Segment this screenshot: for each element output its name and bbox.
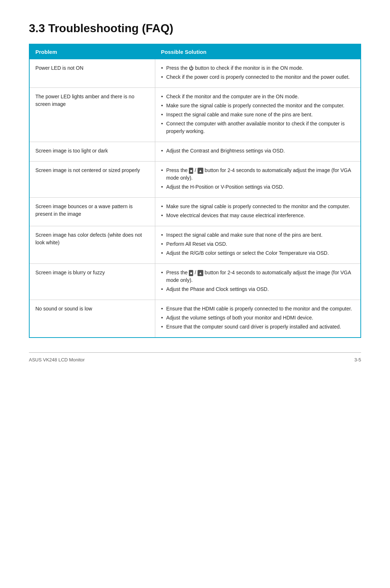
button-icon: ■: [189, 168, 193, 174]
table-header-row: Problem Possible Solution: [29, 44, 361, 59]
footer-left: ASUS VK248 LCD Monitor: [29, 357, 85, 362]
solution-item: Press the ⏻ button to check if the monit…: [161, 64, 355, 72]
solution-cell: Make sure the signal cable is properly c…: [155, 198, 361, 226]
solution-cell: Inspect the signal cable and make sure t…: [155, 226, 361, 264]
problem-cell: Screen image is blurry or fuzzy: [29, 264, 155, 300]
solution-list: Inspect the signal cable and make sure t…: [161, 231, 355, 257]
solution-list: Press the ■ / ▲ button for 2-4 seconds t…: [161, 269, 355, 293]
solution-item: Press the ■ / ▲ button for 2-4 seconds t…: [161, 269, 355, 284]
faq-table: Problem Possible Solution Power LED is n…: [29, 44, 361, 338]
table-row: Screen image bounces or a wave pattern i…: [29, 198, 361, 226]
solution-cell: Press the ⏻ button to check if the monit…: [155, 59, 361, 88]
solution-item: Adjust the Contrast and Brightness setti…: [161, 147, 355, 155]
solution-item: Connect the computer with another availa…: [161, 120, 355, 135]
button-icon: ■: [189, 270, 193, 276]
solution-list: Adjust the Contrast and Brightness setti…: [161, 147, 355, 155]
solution-item: Inspect the signal cable and make sure n…: [161, 111, 355, 119]
button-icon: ▲: [198, 270, 203, 276]
power-icon: ⏻: [189, 65, 194, 72]
solution-item: Inspect the signal cable and make sure t…: [161, 231, 355, 239]
footer-right: 3-5: [354, 357, 361, 362]
solution-item: Adjust the volume settings of both your …: [161, 314, 355, 322]
problem-cell: Screen image is too light or dark: [29, 142, 155, 162]
table-row: Screen image is blurry or fuzzy Press th…: [29, 264, 361, 300]
solution-item: Check if the monitor and the computer ar…: [161, 93, 355, 100]
solution-item: Move electrical devices that may cause e…: [161, 212, 355, 219]
solution-list: Check if the monitor and the computer ar…: [161, 93, 355, 135]
table-row: Screen image is too light or dark Adjust…: [29, 142, 361, 162]
solution-list: Press the ■ / ▲ button for 2-4 seconds t…: [161, 167, 355, 191]
solution-list: Ensure that the HDMI cable is properly c…: [161, 305, 355, 331]
page-title: 3.3 Troubleshooting (FAQ): [29, 22, 361, 35]
solution-item: Adjust the R/G/B color settings or selec…: [161, 249, 355, 257]
solution-cell: Press the ■ / ▲ button for 2-4 seconds t…: [155, 162, 361, 198]
solution-item: Check if the power cord is properly conn…: [161, 73, 355, 81]
problem-cell: The power LED lights amber and there is …: [29, 88, 155, 142]
solution-item: Ensure that the computer sound card driv…: [161, 323, 355, 331]
column-solution: Possible Solution: [155, 44, 361, 59]
solution-item: Adjust the H-Position or V-Position sett…: [161, 183, 355, 191]
solution-item: Make sure the signal cable is properly c…: [161, 203, 355, 210]
solution-cell: Ensure that the HDMI cable is properly c…: [155, 300, 361, 338]
solution-cell: Press the ■ / ▲ button for 2-4 seconds t…: [155, 264, 361, 300]
table-row: Screen image has color defects (white do…: [29, 226, 361, 264]
solution-item: Adjust the Phase and Clock settings via …: [161, 286, 355, 293]
problem-cell: Screen image is not centered or sized pr…: [29, 162, 155, 198]
solution-cell: Adjust the Contrast and Brightness setti…: [155, 142, 361, 162]
problem-cell: Power LED is not ON: [29, 59, 155, 88]
column-problem: Problem: [29, 44, 155, 59]
solution-item: Make sure the signal cable is properly c…: [161, 102, 355, 110]
solution-item: Press the ■ / ▲ button for 2-4 seconds t…: [161, 167, 355, 182]
problem-cell: Screen image bounces or a wave pattern i…: [29, 198, 155, 226]
problem-cell: No sound or sound is low: [29, 300, 155, 338]
solution-list: Make sure the signal cable is properly c…: [161, 203, 355, 219]
table-row: Power LED is not ON Press the ⏻ button t…: [29, 59, 361, 88]
table-row: Screen image is not centered or sized pr…: [29, 162, 361, 198]
table-row: No sound or sound is low Ensure that the…: [29, 300, 361, 338]
page-footer: ASUS VK248 LCD Monitor 3-5: [29, 352, 361, 362]
solution-item: Ensure that the HDMI cable is properly c…: [161, 305, 355, 313]
button-icon: ▲: [198, 168, 203, 174]
problem-cell: Screen image has color defects (white do…: [29, 226, 155, 264]
table-row: The power LED lights amber and there is …: [29, 88, 361, 142]
solution-item: Perform All Reset via OSD.: [161, 240, 355, 248]
solution-list: Press the ⏻ button to check if the monit…: [161, 64, 355, 81]
solution-cell: Check if the monitor and the computer ar…: [155, 88, 361, 142]
